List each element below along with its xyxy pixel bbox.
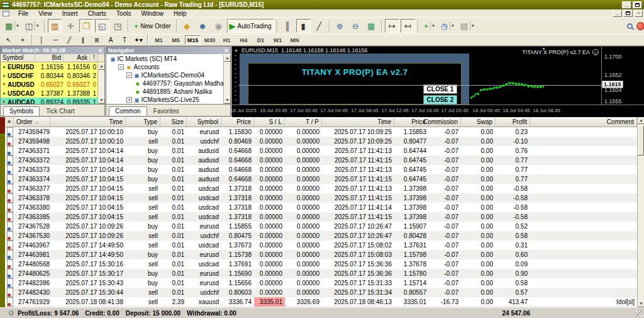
profiles-button[interactable]: ◫ ▾ — [23, 19, 42, 33]
scroll-up-button[interactable]: ^ — [635, 10, 643, 17]
resize-grip[interactable] — [636, 310, 643, 317]
tile-windows-button[interactable]: ▦ — [364, 19, 379, 33]
col-open-time[interactable]: Time — [50, 117, 126, 127]
order-row[interactable]: 274480568 2025.07.17 15:30:16 sell 0.01 … — [5, 259, 637, 269]
order-row[interactable]: 274482430 2025.07.17 15:30:44 sell 0.01 … — [5, 288, 637, 297]
search-icon[interactable] — [627, 23, 633, 29]
tree-item-44697757[interactable]: ☻ 44697757: Gayashan Madhaw — [106, 79, 223, 88]
bar-chart-button[interactable]: ║ — [280, 19, 295, 33]
timeframe-w1[interactable]: W1 — [270, 35, 286, 45]
timeframe-m15[interactable]: M15 — [185, 35, 201, 45]
data-window-toggle[interactable]: ✛ — [64, 19, 78, 33]
order-row[interactable]: 274363380 2025.07.17 10:04:15 sell 0.01 … — [5, 203, 637, 212]
signals-button[interactable]: ◉ — [211, 19, 226, 33]
col-type[interactable]: Type — [126, 117, 160, 127]
col-profit[interactable]: Profit — [496, 117, 530, 127]
scroll-down-arrow[interactable]: ▼ — [98, 97, 105, 104]
auto-scroll-toggle[interactable]: ↦ — [385, 19, 399, 33]
line-chart-button[interactable]: ╱ — [312, 19, 326, 33]
col-symbol[interactable]: Symbol — [187, 117, 221, 127]
timeframe-m1[interactable]: M1 — [151, 35, 167, 45]
strategy-tester-toggle[interactable]: ◳ — [111, 19, 125, 33]
tree-item-broker[interactable]: ▣ IC Markets (SC) MT4 — [106, 55, 223, 63]
tree-expander-icon[interactable]: + — [126, 97, 132, 103]
channel-tool[interactable]: ∥ — [77, 35, 89, 45]
order-row[interactable]: 274363377 2025.07.17 10:04:15 sell 0.01 … — [5, 184, 637, 193]
market-watch-row[interactable]: ▲EURUSD 1.16156 1.16156 0 — [1, 62, 104, 71]
new-order-button[interactable]: + New Order — [131, 19, 174, 33]
menu-item[interactable]: Insert — [57, 10, 83, 17]
chart-restore-button[interactable] — [623, 9, 633, 17]
market-watch-scrollbar[interactable]: ▲ ▼ — [97, 63, 104, 104]
col-tp[interactable]: T / P — [285, 117, 322, 127]
templates-button[interactable]: ▤ ▾ — [458, 19, 477, 33]
tree-item-44891885[interactable]: ☻ 44891885: Ashani Nalika — [106, 88, 223, 96]
close-icon[interactable]: ✕ — [224, 48, 228, 54]
menu-item[interactable]: Tools — [111, 10, 136, 17]
order-row[interactable]: 274463981 2025.07.17 14:49:50 buy 0.01 e… — [5, 250, 637, 259]
scrollbar-thumb[interactable] — [638, 125, 644, 156]
zoom-in-button[interactable]: ⊕ — [333, 19, 347, 33]
order-row[interactable]: 274367528 2025.07.17 10:09:26 buy 0.01 e… — [5, 222, 637, 231]
scroll-up-arrow[interactable]: ▲ — [98, 63, 105, 70]
menu-item[interactable]: File — [13, 10, 33, 17]
order-row[interactable]: 274363373 2025.07.17 10:04:14 buy 0.01 a… — [5, 165, 637, 174]
order-row[interactable]: 274363374 2025.07.17 10:04:15 buy 0.01 a… — [5, 174, 637, 184]
market-watch-row[interactable]: ▲USDCHF 0.80344 0.80346 2 — [1, 71, 104, 80]
col-comment[interactable]: Comment — [530, 117, 637, 127]
scroll-down-arrow[interactable]: ▼ — [224, 97, 231, 104]
vertical-line-tool[interactable]: │ — [35, 35, 48, 45]
navigator-scrollbar[interactable]: ▲ ▼ — [223, 55, 230, 104]
tree-item-live25[interactable]: + ▣ ICMarketsSC-Live25 — [106, 96, 223, 104]
trendline-tool[interactable]: ╱ — [63, 35, 75, 45]
ea-close2-button[interactable]: CLOSE 2 — [423, 95, 457, 105]
chart-minimize-button[interactable]: _ — [613, 9, 622, 17]
order-row[interactable]: 274761929 2025.07.18 08:41:38 sell 2.39 … — [5, 297, 637, 307]
tab-symbols[interactable]: Symbols — [3, 106, 40, 116]
close-icon[interactable]: ✕ — [98, 48, 103, 54]
experts-button[interactable]: ☻ — [196, 19, 210, 33]
text-tool[interactable]: A — [104, 35, 117, 45]
ea-smiley-icon[interactable]: ☺ — [592, 49, 599, 55]
order-row[interactable]: 274480625 2025.07.17 15:30:17 buy 0.01 e… — [5, 269, 637, 278]
label-tool[interactable]: T — [118, 35, 131, 45]
chart-shift-toggle[interactable]: ↤ — [401, 19, 415, 33]
col-order[interactable]: Order△ — [14, 117, 50, 127]
timeframe-m5[interactable]: M5 — [168, 35, 184, 45]
menu-item[interactable]: Help — [169, 10, 192, 17]
navigator-toggle[interactable]: ❐ — [79, 19, 94, 33]
zoom-out-button[interactable]: ⊖ — [348, 19, 363, 33]
market-watch-row[interactable]: ▲USDCAD 1.37387 1.37388 1 — [1, 89, 104, 98]
timeframe-m30[interactable]: M30 — [202, 35, 218, 45]
terminal-close-icon[interactable]: ✕ — [5, 117, 14, 127]
tree-item-accounts[interactable]: − ☻ Accounts — [106, 63, 223, 71]
indicators-button[interactable]: + ▾ — [421, 19, 437, 33]
new-chart-button[interactable]: ▦ ▾ — [3, 19, 21, 33]
fibonacci-tool[interactable]: ≣ — [91, 35, 103, 45]
autotrading-button[interactable]: ▶ AutoTrading — [227, 19, 274, 33]
minimize-button[interactable]: _ — [622, 1, 631, 9]
timeframe-h4[interactable]: H4 — [236, 35, 252, 45]
timeframe-mn[interactable]: MN — [287, 35, 303, 45]
col-sl[interactable]: S / L — [254, 117, 285, 127]
candlestick-chart-button[interactable]: ▮ — [296, 19, 311, 33]
col-swap[interactable]: Swap — [461, 117, 496, 127]
horizontal-line-tool[interactable]: ─ — [49, 35, 62, 45]
scroll-up-arrow[interactable]: ▲ — [224, 55, 231, 62]
col-size[interactable]: Size — [160, 117, 187, 127]
tree-expander-icon[interactable]: − — [126, 72, 132, 78]
order-row[interactable]: 274363385 2025.07.17 10:04:15 sell 0.01 … — [5, 212, 637, 222]
chart-caret-icon[interactable]: ▼ — [234, 48, 238, 53]
col-close-time[interactable]: Time — [322, 117, 394, 127]
order-row[interactable]: 274463967 2025.07.17 14:49:50 sell 0.01 … — [5, 241, 637, 250]
scroll-down-arrow[interactable]: ▼ — [638, 300, 644, 307]
ea-close1-button[interactable]: CLOSE 1 — [423, 84, 457, 94]
order-row[interactable]: 274363372 2025.07.17 10:04:14 buy 0.01 a… — [5, 156, 637, 165]
order-row[interactable]: 274363378 2025.07.17 10:04:15 sell 0.01 … — [5, 193, 637, 203]
crosshair-tool[interactable]: + — [16, 35, 29, 45]
tree-expander-icon[interactable]: − — [118, 64, 124, 70]
menu-item[interactable]: Charts — [83, 10, 111, 17]
metaeditor-button[interactable]: ◆ — [180, 19, 194, 33]
scroll-up-arrow[interactable]: ▲ — [638, 117, 644, 124]
timeframe-d1[interactable]: D1 — [253, 35, 269, 45]
